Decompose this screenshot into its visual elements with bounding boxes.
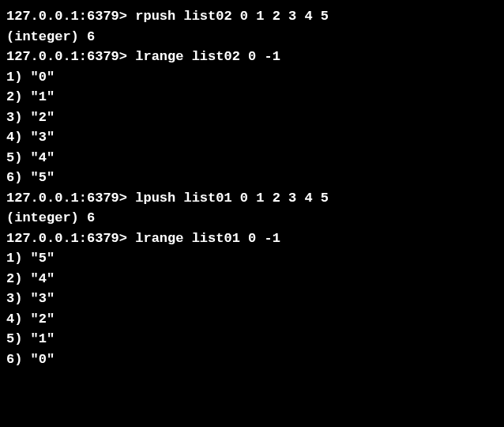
terminal-output-text: 3) "2" [6,110,55,125]
terminal-command-line: 127.0.0.1:6379> lpush list01 0 1 2 3 4 5 [6,188,498,209]
terminal-output-line: 3) "3" [6,289,498,309]
terminal-command-line: 127.0.0.1:6379> lrange list01 0 -1 [6,229,498,249]
terminal-command-text: lrange list01 0 -1 [127,231,280,246]
terminal[interactable]: 127.0.0.1:6379> rpush list02 0 1 2 3 4 5… [6,6,498,369]
terminal-output-text: 5) "1" [6,331,55,346]
terminal-command-line: 127.0.0.1:6379> lrange list02 0 -1 [6,47,498,67]
terminal-output-line: 6) "5" [6,168,498,188]
terminal-output-line: 3) "2" [6,108,498,128]
terminal-output-line: 5) "1" [6,329,498,350]
terminal-prompt: 127.0.0.1:6379> [6,9,127,24]
terminal-output-text: 4) "2" [6,312,55,327]
terminal-command-text: lpush list01 0 1 2 3 4 5 [127,191,329,206]
terminal-output-text: 4) "3" [6,130,55,145]
terminal-output-text: 6) "0" [6,352,55,367]
terminal-output-text: 1) "0" [6,70,55,85]
terminal-output-line: 1) "5" [6,248,498,269]
terminal-output-line: 4) "3" [6,127,498,148]
terminal-output-text: 5) "4" [6,150,55,165]
terminal-output-line: 5) "4" [6,148,498,168]
terminal-output-line: 1) "0" [6,67,498,88]
terminal-prompt: 127.0.0.1:6379> [6,191,127,206]
terminal-output-text: 1) "5" [6,251,55,266]
terminal-output-line: 4) "2" [6,309,498,330]
terminal-command-text: rpush list02 0 1 2 3 4 5 [127,9,329,24]
terminal-output-line: (integer) 6 [6,27,498,47]
terminal-output-line: 2) "1" [6,87,498,108]
terminal-output-text: (integer) 6 [6,210,95,225]
terminal-prompt: 127.0.0.1:6379> [6,231,127,246]
terminal-output-text: 3) "3" [6,291,55,306]
terminal-command-text: lrange list02 0 -1 [127,49,280,64]
terminal-output-text: 2) "1" [6,89,55,104]
terminal-prompt: 127.0.0.1:6379> [6,49,127,64]
terminal-output-line: 6) "0" [6,350,498,370]
terminal-output-text: (integer) 6 [6,29,95,44]
terminal-command-line: 127.0.0.1:6379> rpush list02 0 1 2 3 4 5 [6,6,498,27]
terminal-output-text: 2) "4" [6,271,55,286]
terminal-output-line: (integer) 6 [6,208,498,229]
terminal-output-text: 6) "5" [6,170,55,185]
terminal-output-line: 2) "4" [6,269,498,289]
